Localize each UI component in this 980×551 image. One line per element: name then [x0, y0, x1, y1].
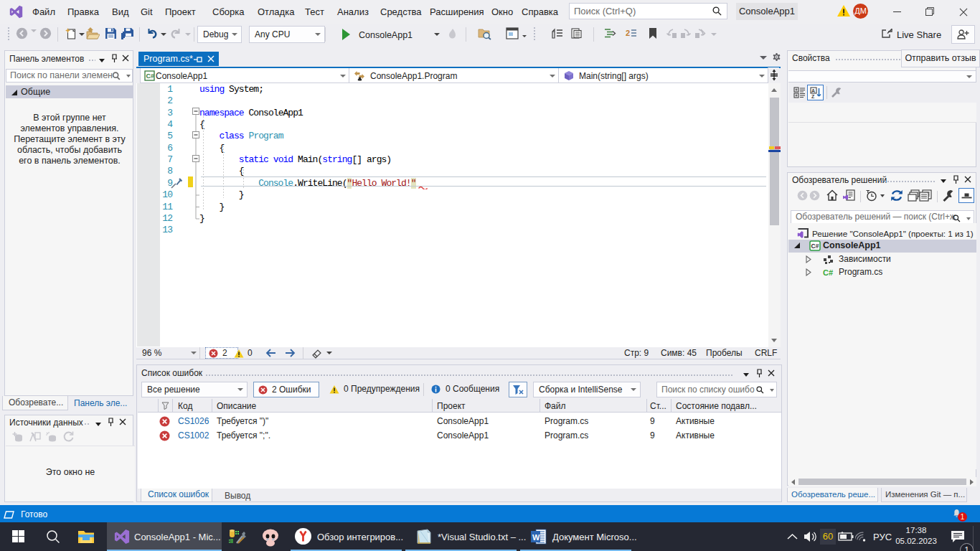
svg-text:W: W	[532, 533, 540, 542]
svg-text:A: A	[811, 88, 815, 93]
svg-text:C#: C#	[146, 72, 155, 80]
svg-text:2: 2	[626, 29, 630, 37]
svg-text:C#: C#	[823, 268, 833, 277]
svg-text:Z: Z	[811, 94, 815, 99]
svg-text:C#: C#	[811, 242, 819, 250]
